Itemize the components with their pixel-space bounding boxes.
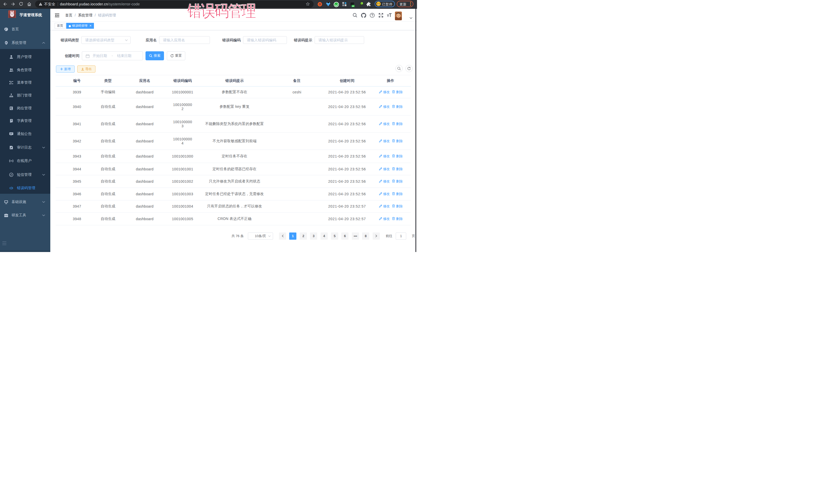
svg-text:on: on <box>352 5 354 7</box>
